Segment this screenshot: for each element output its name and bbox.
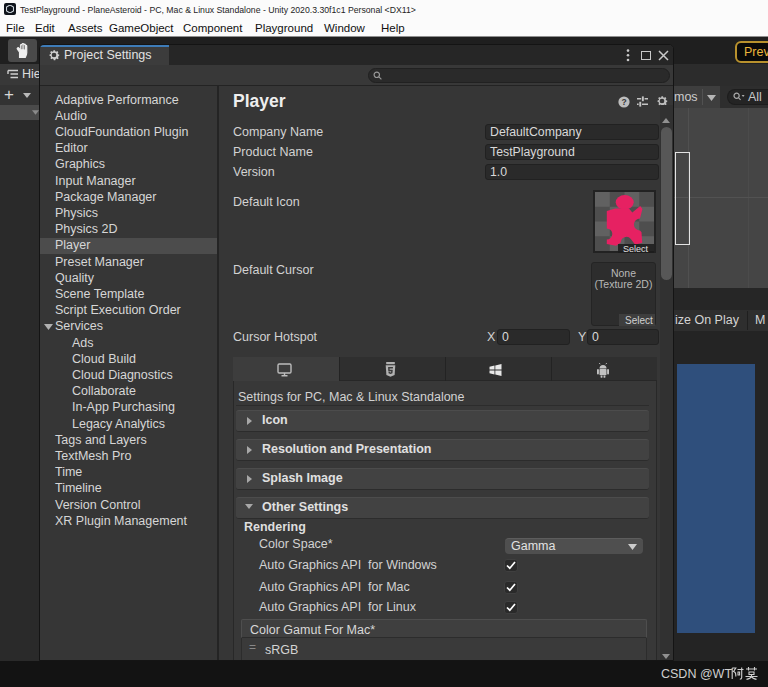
svg-text:?: ? <box>621 97 626 107</box>
